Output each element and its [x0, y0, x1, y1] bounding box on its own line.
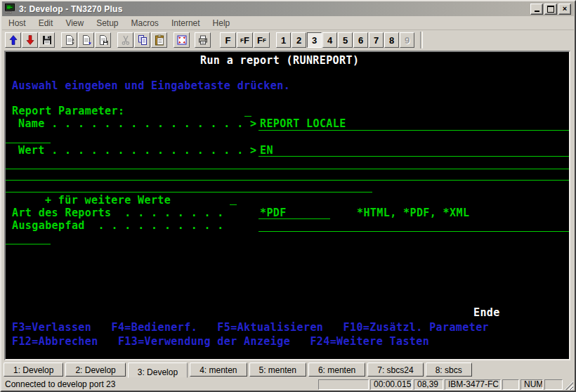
app-window: 3: Develop - TN3270 Plus × Host Edit Vie… — [0, 0, 576, 392]
session-9-button: 9 — [400, 32, 414, 48]
terminal-type: IBM-3477-FC — [445, 379, 501, 390]
down-arrow-icon — [25, 34, 36, 46]
cut-button[interactable] — [117, 32, 133, 48]
session-4-button[interactable]: 4 — [322, 32, 337, 48]
menu-help[interactable]: Help — [207, 17, 237, 30]
window-title: 3: Develop - TN3270 Plus — [19, 4, 530, 14]
menu-internet[interactable]: Internet — [165, 17, 207, 30]
save-button[interactable] — [39, 32, 55, 48]
menu-edit[interactable]: Edit — [32, 17, 60, 30]
fit-screen-button[interactable] — [174, 32, 190, 48]
wert-label: Wert . . . . . . . . . . . . . . . > — [18, 145, 257, 156]
session-tab-8[interactable]: 8: sbcs — [426, 362, 472, 377]
report-type-field-underline[interactable] — [258, 218, 330, 219]
minimize-button[interactable] — [530, 4, 543, 15]
fkey-legend-line2: F12=Abbrechen F13=Verwendung der Anzeige… — [12, 337, 429, 347]
session-tab-4[interactable]: 4: menten — [190, 362, 247, 377]
cursor-position: 08,39 — [414, 379, 443, 390]
print-button[interactable] — [195, 32, 211, 48]
session-1-button[interactable]: 1 — [276, 32, 291, 48]
session-tab-7[interactable]: 7: sbcs24 — [367, 362, 423, 377]
fkeys-shift-button[interactable]: FF — [254, 32, 270, 48]
session-tab-5[interactable]: 5: menten — [249, 362, 306, 377]
receive-file-button[interactable] — [78, 32, 94, 48]
resize-grip-icon[interactable] — [564, 381, 573, 390]
session-tab-6[interactable]: 6: menten — [308, 362, 365, 377]
terminal-content: Run a report (RUNREPORT) Auswahl eingebe… — [6, 52, 569, 359]
title-bar[interactable]: 3: Develop - TN3270 Plus × — [2, 1, 574, 16]
toolbar-separator — [420, 32, 423, 48]
file-save-icon — [98, 34, 109, 46]
paste-button[interactable] — [151, 32, 167, 48]
session-tab-1[interactable]: 1: Develop — [4, 362, 63, 377]
status-panel-blank — [502, 379, 519, 390]
report-type-label: Art des Reports . . . . . . . . — [12, 208, 224, 218]
menu-setup[interactable]: Setup — [90, 17, 124, 30]
name-value-field[interactable]: REPORT LOCALE — [260, 119, 346, 129]
fkeys-1-12-button[interactable]: F — [220, 32, 236, 48]
numlock-indicator: NUM — [521, 379, 543, 390]
session-down-button[interactable] — [22, 32, 38, 48]
report-type-value-field[interactable]: *PDF — [260, 208, 287, 218]
report-type-options: *HTML, *PDF, *XML — [357, 208, 469, 218]
status-panel-blank — [318, 379, 369, 390]
file-down-icon — [81, 34, 92, 46]
screen-status-ende: Ende — [473, 308, 500, 318]
copy-button[interactable] — [134, 32, 150, 48]
output-path-field-underline[interactable] — [258, 231, 569, 232]
cursor-field[interactable] — [244, 116, 251, 117]
value-field-underline[interactable] — [6, 169, 569, 169]
toolbar: F FF FF 1 2 3 4 5 6 7 8 9 — [2, 30, 574, 50]
fkeys-13-24-button[interactable]: FF — [237, 32, 253, 48]
wert-value-field[interactable]: EN — [260, 145, 273, 156]
session-8-button[interactable]: 8 — [384, 32, 399, 48]
name-continuation-underline[interactable] — [6, 143, 51, 143]
session-7-button[interactable]: 7 — [369, 32, 384, 48]
wert-field-underline[interactable] — [258, 156, 569, 157]
value-field-underline[interactable] — [6, 192, 372, 192]
maximize-button[interactable] — [544, 4, 557, 15]
menu-view[interactable]: View — [59, 17, 90, 30]
save-screen-button[interactable] — [95, 32, 111, 48]
more-values-label: + für weitere Werte — [45, 195, 171, 206]
session-2-button[interactable]: 2 — [292, 32, 306, 48]
name-field-underline[interactable] — [258, 130, 569, 131]
session-3-button[interactable]: 3 — [307, 32, 322, 48]
fn-main-label: F — [257, 35, 263, 46]
maximize-icon — [547, 6, 554, 13]
name-label: Name . . . . . . . . . . . . . . . > — [18, 119, 257, 129]
app-icon — [5, 4, 16, 14]
fkey-legend-line1: F3=Verlassen F4=Bedienerf. F5=Aktualisie… — [12, 322, 489, 333]
output-path-continuation-underline[interactable] — [6, 244, 51, 244]
fn-main-label: F — [225, 35, 231, 46]
session-6-button[interactable]: 6 — [353, 32, 368, 48]
fit-screen-icon — [176, 34, 188, 46]
status-bar: Connected to develop port 23 00:00.015 0… — [2, 378, 574, 391]
menu-macros[interactable]: Macros — [125, 17, 165, 30]
close-icon: × — [563, 5, 567, 13]
close-button[interactable]: × — [558, 4, 571, 15]
session-up-button[interactable] — [5, 32, 21, 48]
save-icon — [41, 34, 53, 46]
report-parameter-heading: Report Parameter: — [12, 106, 124, 117]
session-tab-bar: 1: Develop 2: Develop 3: Develop 4: ment… — [2, 361, 574, 378]
value-field-underline[interactable] — [6, 180, 569, 181]
session-5-button[interactable]: 5 — [338, 32, 353, 48]
file-updown-icon — [64, 34, 75, 46]
copy-icon — [137, 34, 148, 46]
screen-prompt: Auswahl eingeben und Eingabetaste drücke… — [12, 81, 290, 91]
scissors-icon — [120, 34, 131, 46]
session-tab-3[interactable]: 3: Develop — [128, 362, 188, 378]
up-arrow-icon — [8, 34, 19, 46]
session-tab-2[interactable]: 2: Develop — [65, 362, 125, 377]
cursor-field[interactable] — [230, 204, 237, 205]
response-timer: 00:00.015 — [370, 379, 412, 390]
screen-title: Run a report (RUNREPORT) — [200, 55, 359, 66]
fn-main-label: F — [244, 35, 249, 46]
send-file-button[interactable] — [61, 32, 77, 48]
terminal-screen[interactable]: Run a report (RUNREPORT) Auswahl eingebe… — [4, 51, 570, 360]
connection-status: Connected to develop port 23 — [2, 379, 318, 389]
output-path-label: Ausgabepfad . . . . . . . . . . — [12, 221, 224, 231]
status-panel-blank — [544, 379, 563, 390]
menu-host[interactable]: Host — [2, 17, 32, 30]
